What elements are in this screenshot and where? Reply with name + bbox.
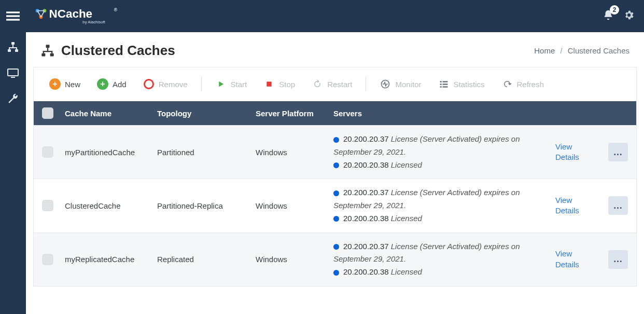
sidebar-item-clustered-caches[interactable] <box>0 34 26 60</box>
plus-circle-icon: + <box>97 78 108 90</box>
server-entry: 20.200.20.38 Licensed <box>333 159 550 172</box>
col-header-servers: Servers <box>333 109 555 118</box>
status-dot-icon <box>333 270 339 276</box>
minus-circle-icon <box>143 78 155 90</box>
svg-text:by Alachisoft: by Alachisoft <box>82 20 105 24</box>
statistics-label: Statistics <box>454 80 485 89</box>
new-label: New <box>65 80 80 89</box>
svg-rect-18 <box>41 53 45 56</box>
server-license-status: Licensed <box>391 214 422 223</box>
toolbar-separator <box>201 77 202 91</box>
cell-servers: 20.200.20.37 License (Server Activated) … <box>333 240 555 279</box>
svg-text:NCache: NCache <box>49 7 93 20</box>
cell-platform: Windows <box>256 201 333 210</box>
table-row: ClusteredCachePartitioned-ReplicaWindows… <box>34 179 636 232</box>
row-checkbox[interactable] <box>42 146 53 158</box>
row-actions-button[interactable]: … <box>608 250 628 269</box>
restart-label: Restart <box>327 80 352 89</box>
restart-button[interactable]: Restart <box>305 77 358 91</box>
table-body: myPartitionedCachePartitionedWindows20.2… <box>34 125 636 286</box>
caches-panel: + New + Add Remove Start Stop R <box>33 67 637 286</box>
server-ip: 20.200.20.38 <box>343 214 389 223</box>
add-button[interactable]: + Add <box>91 77 133 91</box>
svg-rect-2 <box>6 19 20 20</box>
view-details-link[interactable]: View Details <box>555 249 597 270</box>
svg-rect-16 <box>11 77 15 78</box>
table-row: myPartitionedCachePartitionedWindows20.2… <box>34 125 636 179</box>
plus-circle-icon: + <box>49 78 61 90</box>
remove-label: Remove <box>159 80 188 89</box>
monitor-button[interactable]: Monitor <box>373 77 427 91</box>
breadcrumb: Home / Clustered Caches <box>534 46 629 55</box>
svg-text:®: ® <box>114 7 118 12</box>
notifications-badge: 2 <box>610 5 619 15</box>
brand-logo[interactable]: NCache ® by Alachisoft <box>31 6 130 26</box>
select-all-checkbox[interactable] <box>42 107 53 119</box>
status-dot-icon <box>333 216 339 222</box>
wrench-icon <box>7 93 19 105</box>
statistics-button[interactable]: Statistics <box>432 77 491 91</box>
left-sidebar <box>0 32 26 314</box>
svg-rect-13 <box>8 49 11 52</box>
toolbar-separator <box>366 77 366 91</box>
server-ip: 20.200.20.38 <box>343 160 389 169</box>
cell-cache-name: ClusteredCache <box>65 201 157 210</box>
col-header-platform: Server Platform <box>256 109 333 118</box>
server-ip: 20.200.20.38 <box>343 267 389 276</box>
gear-icon <box>623 9 635 21</box>
server-entry: 20.200.20.37 License (Server Activated) … <box>333 240 550 266</box>
row-actions-button[interactable]: … <box>608 196 628 215</box>
stop-icon <box>263 78 275 90</box>
heartbeat-icon <box>380 78 391 90</box>
page-header: Clustered Caches Home / Clustered Caches <box>26 32 644 67</box>
monitor-label: Monitor <box>395 80 421 89</box>
stop-label: Stop <box>279 80 295 89</box>
col-header-name: Cache Name <box>65 109 157 118</box>
row-actions-button[interactable]: … <box>608 143 628 161</box>
new-button[interactable]: + New <box>43 77 87 91</box>
svg-rect-27 <box>442 86 447 88</box>
restart-icon <box>312 78 323 90</box>
status-dot-icon <box>333 137 339 143</box>
table-header: Cache Name Topology Server Platform Serv… <box>34 101 636 125</box>
hamburger-menu[interactable] <box>0 0 26 32</box>
row-checkbox[interactable] <box>42 200 53 211</box>
server-license-status: Licensed <box>391 160 422 169</box>
status-dot-icon <box>333 162 339 168</box>
main-content: Clustered Caches Home / Clustered Caches… <box>26 32 644 314</box>
server-entry: 20.200.20.38 Licensed <box>333 212 550 225</box>
cell-cache-name: myPartitionedCache <box>65 148 157 157</box>
notifications-button[interactable]: 2 <box>603 9 614 23</box>
refresh-button[interactable]: Refresh <box>495 77 551 91</box>
cell-topology: Partitioned <box>157 148 256 157</box>
svg-rect-22 <box>440 81 441 83</box>
start-button[interactable]: Start <box>209 77 254 91</box>
status-dot-icon <box>333 244 339 250</box>
svg-rect-19 <box>50 53 54 56</box>
start-label: Start <box>231 80 247 89</box>
remove-button[interactable]: Remove <box>137 77 194 91</box>
row-checkbox[interactable] <box>42 254 53 265</box>
server-ip: 20.200.20.37 <box>343 242 389 251</box>
col-header-topology: Topology <box>157 109 256 118</box>
sidebar-item-local-caches[interactable] <box>0 60 26 86</box>
svg-line-6 <box>37 11 41 17</box>
svg-rect-12 <box>11 42 15 45</box>
breadcrumb-home[interactable]: Home <box>534 46 555 55</box>
svg-rect-20 <box>267 81 272 86</box>
server-entry: 20.200.20.37 License (Server Activated) … <box>333 186 550 212</box>
server-entry: 20.200.20.37 License (Server Activated) … <box>333 133 550 159</box>
svg-rect-0 <box>6 11 20 13</box>
view-details-link[interactable]: View Details <box>555 142 597 163</box>
settings-button[interactable] <box>623 9 635 23</box>
server-ip: 20.200.20.37 <box>343 188 389 197</box>
top-bar: NCache ® by Alachisoft 2 <box>0 0 644 32</box>
cell-cache-name: myReplicatedCache <box>65 255 157 264</box>
page-title: Clustered Caches <box>61 43 175 59</box>
server-entry: 20.200.20.38 Licensed <box>333 266 550 279</box>
server-license-status: Licensed <box>391 267 422 276</box>
sidebar-item-tools[interactable] <box>0 86 26 112</box>
stop-button[interactable]: Stop <box>257 77 301 91</box>
server-ip: 20.200.20.37 <box>343 134 389 143</box>
view-details-link[interactable]: View Details <box>555 195 597 216</box>
